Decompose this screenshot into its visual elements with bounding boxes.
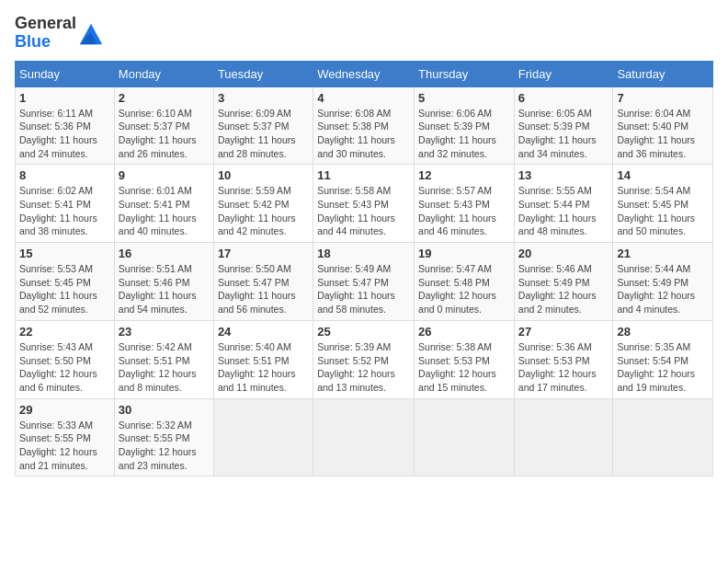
calendar-cell: 20Sunrise: 5:46 AMSunset: 5:49 PMDayligh… <box>514 243 613 321</box>
logo-icon <box>78 20 104 46</box>
calendar-cell: 2Sunrise: 6:10 AMSunset: 5:37 PMDaylight… <box>114 86 213 165</box>
day-number: 12 <box>418 168 510 182</box>
calendar-cell: 16Sunrise: 5:51 AMSunset: 5:46 PMDayligh… <box>114 243 213 321</box>
calendar-cell <box>613 398 713 477</box>
col-header-tuesday: Tuesday <box>213 61 313 86</box>
day-number: 30 <box>119 403 210 417</box>
day-detail: Sunrise: 5:47 AMSunset: 5:48 PMDaylight:… <box>418 262 510 316</box>
day-detail: Sunrise: 5:32 AMSunset: 5:55 PMDaylight:… <box>119 419 210 473</box>
calendar-cell: 26Sunrise: 5:38 AMSunset: 5:53 PMDayligh… <box>415 320 515 398</box>
col-header-thursday: Thursday <box>415 61 515 86</box>
calendar-cell: 12Sunrise: 5:57 AMSunset: 5:43 PMDayligh… <box>415 165 515 243</box>
calendar-cell: 25Sunrise: 5:39 AMSunset: 5:52 PMDayligh… <box>313 320 415 398</box>
calendar-cell: 6Sunrise: 6:05 AMSunset: 5:39 PMDaylight… <box>514 86 613 165</box>
calendar-cell: 3Sunrise: 6:09 AMSunset: 5:37 PMDaylight… <box>213 86 313 165</box>
day-detail: Sunrise: 6:06 AMSunset: 5:39 PMDaylight:… <box>418 107 510 161</box>
day-detail: Sunrise: 6:04 AMSunset: 5:40 PMDaylight:… <box>617 107 709 161</box>
calendar-cell <box>313 398 415 477</box>
calendar-cell: 4Sunrise: 6:08 AMSunset: 5:38 PMDaylight… <box>313 86 415 165</box>
day-detail: Sunrise: 5:33 AMSunset: 5:55 PMDaylight:… <box>19 419 110 473</box>
logo-text: General Blue <box>15 15 76 52</box>
page-header: General Blue <box>15 15 713 52</box>
calendar-cell: 9Sunrise: 6:01 AMSunset: 5:41 PMDaylight… <box>114 165 213 243</box>
day-detail: Sunrise: 5:54 AMSunset: 5:45 PMDaylight:… <box>617 184 709 238</box>
calendar-cell: 28Sunrise: 5:35 AMSunset: 5:54 PMDayligh… <box>613 320 713 398</box>
day-detail: Sunrise: 5:40 AMSunset: 5:51 PMDaylight:… <box>218 340 309 395</box>
calendar-cell: 8Sunrise: 6:02 AMSunset: 5:41 PMDaylight… <box>16 165 115 243</box>
day-detail: Sunrise: 6:01 AMSunset: 5:41 PMDaylight:… <box>119 184 210 238</box>
day-number: 22 <box>19 325 110 339</box>
calendar-week-4: 22Sunrise: 5:43 AMSunset: 5:50 PMDayligh… <box>16 320 713 398</box>
day-detail: Sunrise: 5:38 AMSunset: 5:53 PMDaylight:… <box>418 340 510 395</box>
day-detail: Sunrise: 5:42 AMSunset: 5:51 PMDaylight:… <box>119 340 210 395</box>
calendar-cell: 7Sunrise: 6:04 AMSunset: 5:40 PMDaylight… <box>613 86 713 165</box>
calendar-cell: 21Sunrise: 5:44 AMSunset: 5:49 PMDayligh… <box>613 243 713 321</box>
calendar-cell: 29Sunrise: 5:33 AMSunset: 5:55 PMDayligh… <box>16 398 115 477</box>
day-number: 1 <box>19 91 110 105</box>
day-number: 24 <box>218 325 309 339</box>
calendar-cell: 15Sunrise: 5:53 AMSunset: 5:45 PMDayligh… <box>16 243 115 321</box>
col-header-monday: Monday <box>114 61 213 86</box>
day-detail: Sunrise: 6:11 AMSunset: 5:36 PMDaylight:… <box>19 107 110 161</box>
logo: General Blue <box>15 15 104 52</box>
day-detail: Sunrise: 5:43 AMSunset: 5:50 PMDaylight:… <box>19 340 110 395</box>
calendar-cell: 19Sunrise: 5:47 AMSunset: 5:48 PMDayligh… <box>415 243 515 321</box>
day-detail: Sunrise: 5:36 AMSunset: 5:53 PMDaylight:… <box>518 340 609 395</box>
calendar-cell <box>415 398 515 477</box>
calendar-cell: 30Sunrise: 5:32 AMSunset: 5:55 PMDayligh… <box>114 398 213 477</box>
calendar-table: SundayMondayTuesdayWednesdayThursdayFrid… <box>15 61 713 477</box>
day-detail: Sunrise: 5:51 AMSunset: 5:46 PMDaylight:… <box>119 262 210 316</box>
day-number: 3 <box>218 91 309 105</box>
calendar-cell: 5Sunrise: 6:06 AMSunset: 5:39 PMDaylight… <box>415 86 515 165</box>
day-number: 15 <box>19 247 110 260</box>
calendar-cell: 10Sunrise: 5:59 AMSunset: 5:42 PMDayligh… <box>213 165 313 243</box>
day-detail: Sunrise: 5:57 AMSunset: 5:43 PMDaylight:… <box>418 184 510 238</box>
day-number: 20 <box>518 247 609 260</box>
day-detail: Sunrise: 5:49 AMSunset: 5:47 PMDaylight:… <box>317 262 410 316</box>
day-number: 10 <box>218 168 309 182</box>
day-detail: Sunrise: 6:09 AMSunset: 5:37 PMDaylight:… <box>218 107 309 161</box>
col-header-sunday: Sunday <box>16 61 115 86</box>
calendar-cell: 18Sunrise: 5:49 AMSunset: 5:47 PMDayligh… <box>313 243 415 321</box>
day-number: 29 <box>19 403 110 417</box>
day-detail: Sunrise: 5:50 AMSunset: 5:47 PMDaylight:… <box>218 262 309 316</box>
calendar-cell: 22Sunrise: 5:43 AMSunset: 5:50 PMDayligh… <box>16 320 115 398</box>
calendar-cell: 24Sunrise: 5:40 AMSunset: 5:51 PMDayligh… <box>213 320 313 398</box>
day-detail: Sunrise: 5:53 AMSunset: 5:45 PMDaylight:… <box>19 262 110 316</box>
day-number: 17 <box>218 247 309 260</box>
day-number: 14 <box>617 168 709 182</box>
col-header-friday: Friday <box>514 61 613 86</box>
calendar-week-3: 15Sunrise: 5:53 AMSunset: 5:45 PMDayligh… <box>16 243 713 321</box>
day-detail: Sunrise: 5:44 AMSunset: 5:49 PMDaylight:… <box>617 262 709 316</box>
calendar-cell: 14Sunrise: 5:54 AMSunset: 5:45 PMDayligh… <box>613 165 713 243</box>
col-header-wednesday: Wednesday <box>313 61 415 86</box>
day-number: 28 <box>617 325 709 339</box>
day-detail: Sunrise: 5:39 AMSunset: 5:52 PMDaylight:… <box>317 340 410 395</box>
calendar-cell: 23Sunrise: 5:42 AMSunset: 5:51 PMDayligh… <box>114 320 213 398</box>
day-detail: Sunrise: 6:08 AMSunset: 5:38 PMDaylight:… <box>317 107 410 161</box>
day-number: 19 <box>418 247 510 260</box>
calendar-cell: 11Sunrise: 5:58 AMSunset: 5:43 PMDayligh… <box>313 165 415 243</box>
day-detail: Sunrise: 5:35 AMSunset: 5:54 PMDaylight:… <box>617 340 709 395</box>
calendar-cell: 13Sunrise: 5:55 AMSunset: 5:44 PMDayligh… <box>514 165 613 243</box>
day-detail: Sunrise: 5:55 AMSunset: 5:44 PMDaylight:… <box>518 184 609 238</box>
calendar-cell: 17Sunrise: 5:50 AMSunset: 5:47 PMDayligh… <box>213 243 313 321</box>
day-number: 9 <box>119 168 210 182</box>
day-number: 8 <box>19 168 110 182</box>
day-number: 2 <box>119 91 210 105</box>
day-number: 21 <box>617 247 709 260</box>
day-number: 11 <box>317 168 410 182</box>
day-detail: Sunrise: 5:59 AMSunset: 5:42 PMDaylight:… <box>218 184 309 238</box>
calendar-cell <box>213 398 313 477</box>
day-number: 25 <box>317 325 410 339</box>
calendar-cell <box>514 398 613 477</box>
day-number: 27 <box>518 325 609 339</box>
calendar-cell: 27Sunrise: 5:36 AMSunset: 5:53 PMDayligh… <box>514 320 613 398</box>
day-number: 7 <box>617 91 709 105</box>
day-number: 18 <box>317 247 410 260</box>
day-detail: Sunrise: 6:02 AMSunset: 5:41 PMDaylight:… <box>19 184 110 238</box>
day-detail: Sunrise: 5:46 AMSunset: 5:49 PMDaylight:… <box>518 262 609 316</box>
logo-general: General <box>15 14 76 32</box>
logo-blue: Blue <box>15 32 51 51</box>
calendar-week-1: 1Sunrise: 6:11 AMSunset: 5:36 PMDaylight… <box>16 86 713 165</box>
